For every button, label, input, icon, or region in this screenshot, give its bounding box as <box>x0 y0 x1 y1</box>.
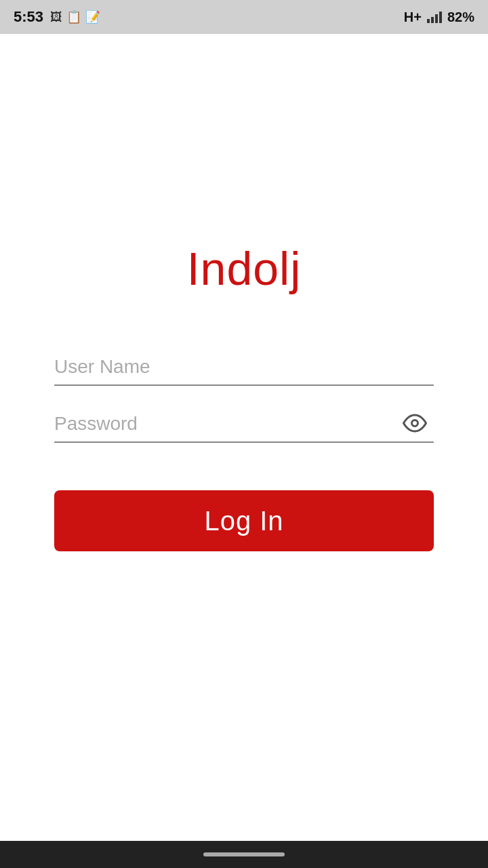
login-button[interactable]: Log In <box>54 490 434 551</box>
password-group <box>54 406 434 443</box>
password-visibility-toggle[interactable] <box>403 411 427 438</box>
username-group <box>54 349 434 386</box>
status-bar-right: H+ 82% <box>404 9 474 25</box>
signal-icon <box>427 11 442 23</box>
status-bar: 5:53 🖼 📋 📝 H+ 82% <box>0 0 488 34</box>
status-bar-left: 5:53 🖼 📋 📝 <box>14 8 100 26</box>
password-input[interactable] <box>54 406 434 443</box>
status-time: 5:53 <box>14 8 43 26</box>
clipboard-icon: 📋 <box>66 9 81 24</box>
app-title: Indolj <box>187 242 302 295</box>
login-form: Log In <box>54 349 434 551</box>
battery-level: 82% <box>447 9 474 25</box>
note-icon: 📝 <box>85 9 100 24</box>
home-indicator <box>203 852 285 856</box>
main-content: Indolj Log In <box>0 34 488 841</box>
bottom-navigation-bar <box>0 841 488 868</box>
svg-point-0 <box>412 420 418 427</box>
network-type: H+ <box>404 9 422 25</box>
username-input[interactable] <box>54 349 434 386</box>
photo-icon: 🖼 <box>50 10 62 24</box>
status-notification-icons: 🖼 📋 📝 <box>50 9 100 24</box>
